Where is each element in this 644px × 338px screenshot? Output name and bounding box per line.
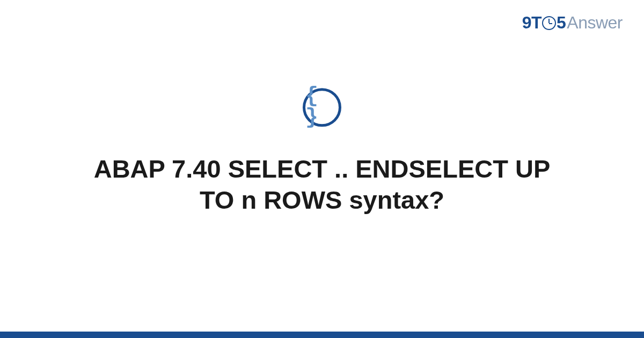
code-braces-icon: { } [305, 86, 339, 129]
brand-logo: 9 T 5 Answer [522, 13, 623, 33]
brand-answer: Answer [567, 13, 623, 33]
question-title: ABAP 7.40 SELECT .. ENDSELECT UP TO n RO… [54, 153, 590, 217]
category-icon-circle: { } [303, 88, 341, 127]
bottom-accent-bar [0, 332, 644, 338]
content-wrapper: { } ABAP 7.40 SELECT .. ENDSELECT UP TO … [0, 88, 644, 217]
brand-five: 5 [557, 13, 566, 33]
brand-nine: 9 [522, 13, 531, 33]
brand-t: T [531, 13, 541, 33]
clock-icon [542, 16, 556, 30]
